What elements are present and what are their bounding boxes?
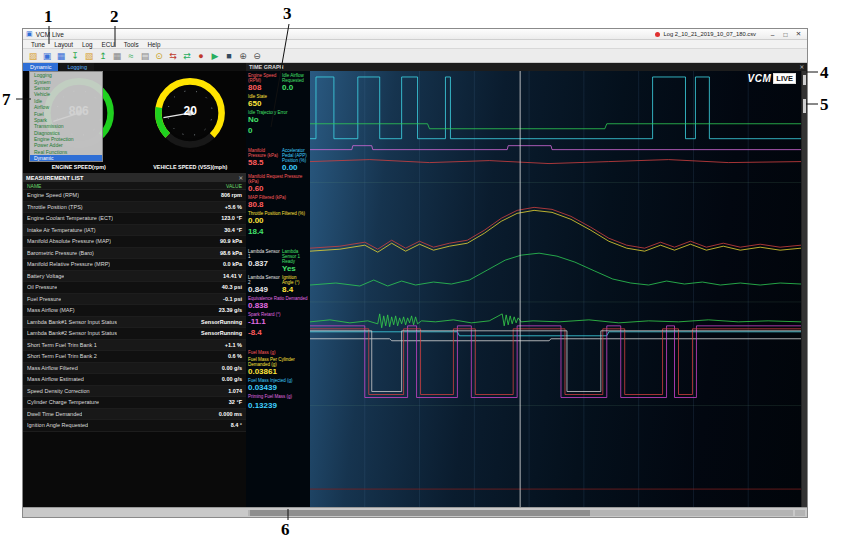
page-menu-item-dynamic[interactable]: Dynamic (30, 155, 102, 161)
measurement-row[interactable]: Fuel Pressure-0.1 psi (23, 294, 246, 306)
measurement-row[interactable]: Barometric Pressure (Baro)98.6 kPa (23, 248, 246, 260)
table-icon[interactable]: ▤ (139, 50, 151, 62)
channel-entry[interactable]: Priming Fuel Mass (g) (248, 394, 308, 399)
measurement-row[interactable]: Mass Airflow Estimated0.00 g/s (23, 374, 246, 386)
measurement-row[interactable]: Mass Airflow (MAF)23.39 g/s (23, 305, 246, 317)
measurement-row[interactable]: Ignition Angle Requested8.4 ° (23, 420, 246, 432)
vcm-logo-text: VCM (748, 73, 772, 84)
measurement-row[interactable]: Manifold Absolute Pressure (MAP)90.9 kPa (23, 236, 246, 248)
vertical-scrollbar[interactable] (801, 71, 807, 507)
measurement-row[interactable]: Short Term Fuel Trim Bank 1+1.1 % (23, 340, 246, 352)
resize-grip[interactable] (795, 510, 805, 516)
open-file-icon[interactable]: ▨ (27, 50, 39, 62)
gauge-icon[interactable]: ⊙ (153, 50, 165, 62)
new-folder-icon[interactable]: ▧ (83, 50, 95, 62)
idle-airflow-trace (310, 124, 801, 129)
spark-retard-trace (310, 331, 801, 392)
minimize-button[interactable]: – (766, 31, 779, 38)
equivalence-trace (310, 339, 801, 341)
lambda2-trace (310, 332, 801, 336)
column-name: NAME (27, 183, 41, 189)
measurement-row[interactable]: Mass Airflow Filtered0.00 g/s (23, 363, 246, 375)
vcm-live-window: ▣ VCM Live Log 2_10_21_2019_10_07_180.cs… (22, 28, 808, 518)
scrollbar-thumb[interactable] (803, 75, 806, 85)
menu-item-log[interactable]: Log (82, 41, 93, 48)
measurement-row[interactable]: Dwell Time Demanded0.000 ms (23, 409, 246, 421)
measurement-row[interactable]: Engine Coolant Temperature (ECT)123.0 °F (23, 213, 246, 225)
measurement-list-panel: MEASUREMENT LIST ✕ NAME VALUE Engine Spe… (23, 173, 246, 507)
measurement-row[interactable]: Short Term Fuel Trim Bank 20.6 % (23, 351, 246, 363)
close-button[interactable]: ✕ (792, 30, 805, 38)
measurement-row[interactable]: Manifold Relative Pressure (MRP)0.0 kPa (23, 259, 246, 271)
measurement-row[interactable]: Intake Air Temperature (IAT)30.4 °F (23, 225, 246, 237)
idle-target-trace (310, 146, 801, 150)
time-graph-body: Engine Speed (RPM)808Idle Airflow Reques… (246, 71, 801, 507)
plot-canvas[interactable] (310, 71, 801, 507)
channel-entry[interactable]: Spark Retard (°)-11.1 (248, 312, 308, 326)
channel-entry[interactable]: Fuel Mass Injected (g)0.03439 (248, 378, 308, 392)
channel-entry[interactable]: Idle State650 (248, 94, 308, 108)
channel-entry[interactable]: 0.13239 (248, 401, 308, 410)
measurement-row[interactable]: Battery Voltage14.41 V (23, 271, 246, 283)
channel-entry[interactable]: -8.4 (248, 328, 308, 337)
chart-icon[interactable]: ≈ (125, 50, 137, 62)
layout-grid-icon[interactable]: ▦ (111, 50, 123, 62)
scrollbar-thumb[interactable] (250, 510, 590, 516)
live-logo-badge: LIVE (773, 73, 796, 84)
channel-entry[interactable]: Fuel Mass (g) (248, 350, 308, 355)
channel-entry[interactable]: 0 (248, 126, 308, 135)
menu-item-tools[interactable]: Tools (124, 41, 139, 48)
compare-green-icon[interactable]: ⇄ (181, 50, 193, 62)
measurement-rows: Engine Speed (RPM)806 rpmThrottle Positi… (23, 190, 246, 432)
active-log-badge: Log 2_10_21_2019_10_07_180.csv (655, 31, 756, 37)
status-bar (23, 507, 807, 517)
horizontal-scrollbar[interactable] (248, 510, 793, 516)
channel-entry[interactable]: Idle Trajectory ErrorNo (248, 110, 308, 124)
channel-entry[interactable]: Throttle Position Filtered (%)0.00 (248, 211, 308, 225)
time-graph-plot[interactable]: VCM LIVE (310, 71, 801, 507)
save-all-icon[interactable]: ▦ (55, 50, 67, 62)
channel-entry[interactable]: Manifold Pressure (kPa)58.5Accelerator P… (248, 148, 308, 172)
channel-entry[interactable]: Lambda Sensor 10.837Lambda Sensor 1 Read… (248, 249, 308, 273)
menu-item-layout[interactable]: Layout (54, 41, 73, 48)
menu-item-tune[interactable]: Tune (31, 41, 45, 48)
mass-airflow-trace (310, 253, 801, 286)
measurement-row[interactable]: Oil Pressure40.3 psi (23, 282, 246, 294)
measurement-row[interactable]: Cylinder Charge Temperature32 °F (23, 397, 246, 409)
maximize-button[interactable]: □ (779, 31, 792, 38)
close-icon[interactable]: ✕ (238, 175, 243, 181)
screenshot-canvas: 1 2 3 4 5 6 7 ▣ VCM Live Log 2_10_21_201… (0, 0, 850, 541)
import-log-icon[interactable]: ↧ (69, 50, 81, 62)
channel-entry[interactable]: 18.4 (248, 227, 308, 236)
channel-entry[interactable]: Manifold Request Pressure (kPa)0.60 (248, 174, 308, 193)
stop-icon[interactable]: ■ (223, 50, 235, 62)
measurement-row[interactable]: Lambda Bank#2 Sensor Input StatusSensorR… (23, 328, 246, 340)
zoom-in-icon[interactable]: ⊕ (237, 50, 249, 62)
channel-entry[interactable]: Equivalence Ratio Demanded0.838 (248, 296, 308, 310)
scrollbar-thumb[interactable] (803, 99, 806, 113)
close-icon[interactable]: ✕ (799, 64, 804, 70)
compare-red-icon[interactable]: ⇆ (167, 50, 179, 62)
channel-entry[interactable]: Engine Speed (RPM)808Idle Airflow Reques… (248, 73, 308, 92)
menu-item-ecu[interactable]: ECU (102, 41, 115, 48)
play-icon[interactable]: ▶ (209, 50, 221, 62)
left-panel: Dynamic Logging LoggingSystemSensorVehic… (23, 63, 246, 507)
title-bar: ▣ VCM Live Log 2_10_21_2019_10_07_180.cs… (23, 29, 807, 40)
tab-logging[interactable]: Logging (60, 63, 94, 71)
vehicle-speed-gauge: 20 VEHICLE SPEED (VSS)(mph) (135, 71, 247, 171)
annotation-1: 1 (44, 7, 53, 27)
save-icon[interactable]: ▣ (41, 50, 53, 62)
channel-entry[interactable]: Fuel Mass Per Cylinder Demanded (g)0.038… (248, 357, 308, 376)
tab-dynamic[interactable]: Dynamic (23, 63, 58, 71)
channel-group: Fuel Mass (g)Fuel Mass Per Cylinder Dema… (248, 350, 308, 410)
menu-item-help[interactable]: Help (148, 41, 161, 48)
record-icon[interactable]: ● (195, 50, 207, 62)
export-log-icon[interactable]: ↥ (97, 50, 109, 62)
measurement-row[interactable]: Throttle Position (TPS)+5.6 % (23, 202, 246, 214)
channel-entry[interactable]: MAP Filtered (kPa)80.8 (248, 195, 308, 209)
measurement-row[interactable]: Engine Speed (RPM)806 rpm (23, 190, 246, 202)
zoom-out-icon[interactable]: ⊖ (251, 50, 263, 62)
measurement-row[interactable]: Lambda Bank#1 Sensor Input StatusSensorR… (23, 317, 246, 329)
channel-entry[interactable]: Lambda Sensor 20.849Ignition Angle (°)8.… (248, 275, 308, 294)
measurement-row[interactable]: Speed Density Correction1.074 (23, 386, 246, 398)
